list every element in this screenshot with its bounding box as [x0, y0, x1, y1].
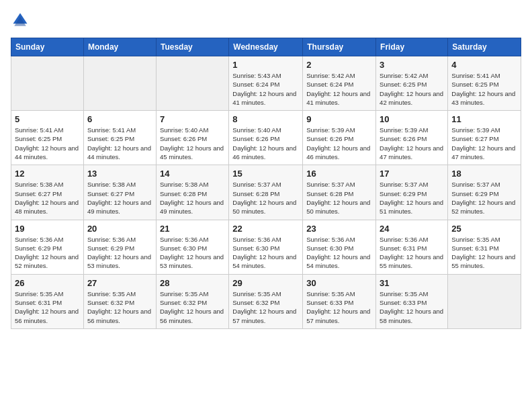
day-number: 7: [160, 114, 225, 124]
calendar-cell: 23Sunrise: 5:36 AMSunset: 6:30 PMDayligh…: [303, 220, 376, 274]
day-info: Sunrise: 5:38 AMSunset: 6:27 PMDaylight:…: [87, 180, 152, 216]
header-row: SundayMondayTuesdayWednesdayThursdayFrid…: [11, 38, 521, 56]
calendar-cell: 17Sunrise: 5:37 AMSunset: 6:29 PMDayligh…: [376, 165, 448, 220]
calendar-cell: 25Sunrise: 5:35 AMSunset: 6:31 PMDayligh…: [448, 220, 521, 274]
header-day-saturday: Saturday: [448, 38, 521, 56]
day-number: 31: [380, 278, 444, 288]
day-info: Sunrise: 5:41 AMSunset: 6:25 PMDaylight:…: [451, 71, 517, 107]
day-info: Sunrise: 5:35 AMSunset: 6:32 PMDaylight:…: [232, 289, 299, 325]
day-info: Sunrise: 5:39 AMSunset: 6:27 PMDaylight:…: [451, 126, 517, 161]
day-number: 20: [87, 224, 152, 234]
day-number: 10: [380, 114, 444, 124]
calendar-cell: 11Sunrise: 5:39 AMSunset: 6:27 PMDayligh…: [448, 111, 521, 165]
day-info: Sunrise: 5:38 AMSunset: 6:27 PMDaylight:…: [15, 180, 80, 216]
day-number: 5: [15, 114, 80, 124]
day-number: 29: [232, 278, 299, 288]
calendar-cell: 24Sunrise: 5:36 AMSunset: 6:31 PMDayligh…: [376, 220, 448, 274]
calendar-cell: 18Sunrise: 5:37 AMSunset: 6:29 PMDayligh…: [448, 165, 521, 220]
calendar-cell: 16Sunrise: 5:37 AMSunset: 6:28 PMDayligh…: [303, 165, 376, 220]
calendar-cell: 14Sunrise: 5:38 AMSunset: 6:28 PMDayligh…: [156, 165, 228, 220]
day-info: Sunrise: 5:37 AMSunset: 6:28 PMDaylight:…: [306, 180, 372, 216]
day-info: Sunrise: 5:35 AMSunset: 6:33 PMDaylight:…: [380, 289, 444, 325]
day-number: 24: [380, 224, 444, 234]
day-number: 30: [306, 278, 372, 288]
calendar-cell: 28Sunrise: 5:35 AMSunset: 6:32 PMDayligh…: [156, 274, 228, 328]
calendar-cell: [156, 56, 228, 111]
day-info: Sunrise: 5:35 AMSunset: 6:32 PMDaylight:…: [160, 289, 225, 325]
calendar-cell: 31Sunrise: 5:35 AMSunset: 6:33 PMDayligh…: [376, 274, 448, 328]
calendar-cell: 2Sunrise: 5:42 AMSunset: 6:24 PMDaylight…: [303, 56, 376, 111]
day-number: 15: [232, 169, 299, 179]
calendar-cell: 8Sunrise: 5:40 AMSunset: 6:26 PMDaylight…: [229, 111, 303, 165]
header-day-sunday: Sunday: [11, 38, 84, 56]
header-day-monday: Monday: [83, 38, 156, 56]
calendar-cell: 1Sunrise: 5:43 AMSunset: 6:24 PMDaylight…: [229, 56, 303, 111]
calendar-cell: 22Sunrise: 5:36 AMSunset: 6:30 PMDayligh…: [229, 220, 303, 274]
week-row-5: 26Sunrise: 5:35 AMSunset: 6:31 PMDayligh…: [11, 274, 521, 328]
day-number: 6: [87, 114, 152, 124]
day-info: Sunrise: 5:36 AMSunset: 6:29 PMDaylight:…: [15, 235, 80, 271]
day-info: Sunrise: 5:43 AMSunset: 6:24 PMDaylight:…: [232, 71, 299, 107]
day-info: Sunrise: 5:38 AMSunset: 6:28 PMDaylight:…: [160, 180, 225, 216]
day-info: Sunrise: 5:36 AMSunset: 6:29 PMDaylight:…: [87, 235, 152, 271]
day-number: 19: [15, 224, 80, 234]
calendar-body: 1Sunrise: 5:43 AMSunset: 6:24 PMDaylight…: [11, 56, 521, 329]
calendar-cell: 6Sunrise: 5:41 AMSunset: 6:25 PMDaylight…: [83, 111, 156, 165]
day-info: Sunrise: 5:39 AMSunset: 6:26 PMDaylight:…: [380, 126, 444, 161]
calendar-header: SundayMondayTuesdayWednesdayThursdayFrid…: [11, 38, 521, 56]
calendar-cell: 21Sunrise: 5:36 AMSunset: 6:30 PMDayligh…: [156, 220, 228, 274]
day-number: 28: [160, 278, 225, 288]
calendar-cell: 7Sunrise: 5:40 AMSunset: 6:26 PMDaylight…: [156, 111, 228, 165]
header-day-wednesday: Wednesday: [229, 38, 303, 56]
day-number: 14: [160, 169, 225, 179]
calendar-cell: [448, 274, 521, 328]
day-info: Sunrise: 5:36 AMSunset: 6:30 PMDaylight:…: [160, 235, 225, 271]
day-number: 26: [15, 278, 80, 288]
calendar-cell: 10Sunrise: 5:39 AMSunset: 6:26 PMDayligh…: [376, 111, 448, 165]
day-number: 4: [451, 60, 517, 70]
day-number: 17: [380, 169, 444, 179]
calendar-cell: 4Sunrise: 5:41 AMSunset: 6:25 PMDaylight…: [448, 56, 521, 111]
header-day-tuesday: Tuesday: [156, 38, 228, 56]
calendar-cell: 9Sunrise: 5:39 AMSunset: 6:26 PMDaylight…: [303, 111, 376, 165]
day-number: 1: [232, 60, 299, 70]
day-number: 18: [451, 169, 517, 179]
calendar-table: SundayMondayTuesdayWednesdayThursdayFrid…: [11, 38, 521, 329]
day-info: Sunrise: 5:37 AMSunset: 6:29 PMDaylight:…: [451, 180, 517, 216]
day-info: Sunrise: 5:35 AMSunset: 6:33 PMDaylight:…: [306, 289, 372, 325]
day-info: Sunrise: 5:40 AMSunset: 6:26 PMDaylight:…: [232, 126, 299, 161]
calendar-cell: 26Sunrise: 5:35 AMSunset: 6:31 PMDayligh…: [11, 274, 84, 328]
day-info: Sunrise: 5:36 AMSunset: 6:30 PMDaylight:…: [232, 235, 299, 271]
page-header: [11, 11, 521, 30]
calendar-cell: 12Sunrise: 5:38 AMSunset: 6:27 PMDayligh…: [11, 165, 84, 220]
header-day-thursday: Thursday: [303, 38, 376, 56]
day-info: Sunrise: 5:39 AMSunset: 6:26 PMDaylight:…: [306, 126, 372, 161]
day-info: Sunrise: 5:42 AMSunset: 6:25 PMDaylight:…: [380, 71, 444, 107]
day-number: 9: [306, 114, 372, 124]
day-info: Sunrise: 5:42 AMSunset: 6:24 PMDaylight:…: [306, 71, 372, 107]
day-number: 23: [306, 224, 372, 234]
day-number: 2: [306, 60, 372, 70]
day-info: Sunrise: 5:40 AMSunset: 6:26 PMDaylight:…: [160, 126, 225, 161]
calendar-cell: [11, 56, 84, 111]
calendar-cell: 30Sunrise: 5:35 AMSunset: 6:33 PMDayligh…: [303, 274, 376, 328]
calendar-cell: 29Sunrise: 5:35 AMSunset: 6:32 PMDayligh…: [229, 274, 303, 328]
day-number: 22: [232, 224, 299, 234]
day-info: Sunrise: 5:35 AMSunset: 6:32 PMDaylight:…: [87, 289, 152, 325]
calendar-cell: 13Sunrise: 5:38 AMSunset: 6:27 PMDayligh…: [83, 165, 156, 220]
day-info: Sunrise: 5:37 AMSunset: 6:28 PMDaylight:…: [232, 180, 299, 216]
day-number: 8: [232, 114, 299, 124]
day-info: Sunrise: 5:35 AMSunset: 6:31 PMDaylight:…: [451, 235, 517, 271]
day-info: Sunrise: 5:41 AMSunset: 6:25 PMDaylight:…: [15, 126, 80, 161]
day-number: 3: [380, 60, 444, 70]
day-info: Sunrise: 5:37 AMSunset: 6:29 PMDaylight:…: [380, 180, 444, 216]
day-info: Sunrise: 5:41 AMSunset: 6:25 PMDaylight:…: [87, 126, 152, 161]
day-info: Sunrise: 5:36 AMSunset: 6:30 PMDaylight:…: [306, 235, 372, 271]
logo: [11, 11, 32, 30]
calendar-cell: 20Sunrise: 5:36 AMSunset: 6:29 PMDayligh…: [83, 220, 156, 274]
day-number: 13: [87, 169, 152, 179]
calendar-cell: 19Sunrise: 5:36 AMSunset: 6:29 PMDayligh…: [11, 220, 84, 274]
day-info: Sunrise: 5:35 AMSunset: 6:31 PMDaylight:…: [15, 289, 80, 325]
day-number: 25: [451, 224, 517, 234]
header-day-friday: Friday: [376, 38, 448, 56]
